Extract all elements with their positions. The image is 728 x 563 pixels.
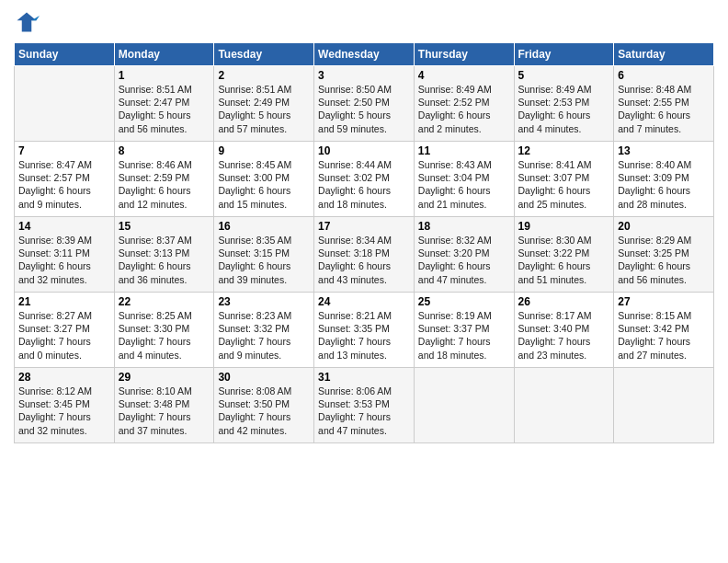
- logo-icon: [14, 9, 40, 35]
- day-info: Sunrise: 8:43 AM Sunset: 3:04 PM Dayligh…: [418, 158, 510, 211]
- day-number: 10: [318, 144, 410, 157]
- day-number: 5: [518, 69, 610, 82]
- day-info: Sunrise: 8:35 AM Sunset: 3:15 PM Dayligh…: [218, 234, 310, 286]
- calendar-cell: 15Sunrise: 8:37 AM Sunset: 3:13 PM Dayli…: [114, 217, 214, 293]
- day-info: Sunrise: 8:41 AM Sunset: 3:07 PM Dayligh…: [518, 158, 610, 211]
- day-number: 11: [418, 144, 510, 157]
- calendar-header-monday: Monday: [114, 43, 214, 66]
- calendar-cell: 6Sunrise: 8:48 AM Sunset: 2:55 PM Daylig…: [614, 66, 714, 142]
- day-number: 24: [318, 295, 410, 308]
- day-info: Sunrise: 8:49 AM Sunset: 2:52 PM Dayligh…: [418, 83, 510, 135]
- day-number: 4: [418, 69, 510, 82]
- calendar-cell: 10Sunrise: 8:44 AM Sunset: 3:02 PM Dayli…: [314, 142, 415, 217]
- day-number: 7: [18, 144, 110, 157]
- calendar-cell: 17Sunrise: 8:34 AM Sunset: 3:18 PM Dayli…: [314, 217, 415, 293]
- calendar-cell: 28Sunrise: 8:12 AM Sunset: 3:45 PM Dayli…: [15, 368, 115, 443]
- day-number: 8: [119, 144, 210, 157]
- calendar-cell: 11Sunrise: 8:43 AM Sunset: 3:04 PM Dayli…: [414, 142, 514, 217]
- calendar-header-row: SundayMondayTuesdayWednesdayThursdayFrid…: [15, 43, 714, 66]
- day-info: Sunrise: 8:50 AM Sunset: 2:50 PM Dayligh…: [318, 83, 410, 135]
- calendar-cell: [15, 66, 115, 142]
- day-number: 6: [618, 69, 710, 82]
- week-row-0: 1Sunrise: 8:51 AM Sunset: 2:47 PM Daylig…: [15, 66, 714, 142]
- calendar-cell: 3Sunrise: 8:50 AM Sunset: 2:50 PM Daylig…: [314, 66, 415, 142]
- day-info: Sunrise: 8:27 AM Sunset: 3:27 PM Dayligh…: [18, 309, 110, 362]
- day-info: Sunrise: 8:47 AM Sunset: 2:57 PM Dayligh…: [18, 158, 110, 211]
- day-info: Sunrise: 8:51 AM Sunset: 2:49 PM Dayligh…: [218, 83, 310, 135]
- day-number: 19: [518, 220, 610, 233]
- calendar-cell: 4Sunrise: 8:49 AM Sunset: 2:52 PM Daylig…: [414, 66, 514, 142]
- day-number: 26: [518, 295, 610, 308]
- calendar-cell: 18Sunrise: 8:32 AM Sunset: 3:20 PM Dayli…: [414, 217, 514, 293]
- calendar-cell: 23Sunrise: 8:23 AM Sunset: 3:32 PM Dayli…: [214, 293, 314, 368]
- calendar-cell: 21Sunrise: 8:27 AM Sunset: 3:27 PM Dayli…: [15, 293, 115, 368]
- week-row-4: 28Sunrise: 8:12 AM Sunset: 3:45 PM Dayli…: [15, 368, 714, 443]
- day-info: Sunrise: 8:23 AM Sunset: 3:32 PM Dayligh…: [218, 309, 310, 362]
- day-info: Sunrise: 8:46 AM Sunset: 2:59 PM Dayligh…: [119, 158, 210, 211]
- day-number: 14: [18, 220, 110, 233]
- calendar-table: SundayMondayTuesdayWednesdayThursdayFrid…: [14, 42, 714, 443]
- header: [14, 9, 714, 35]
- calendar-cell: 13Sunrise: 8:40 AM Sunset: 3:09 PM Dayli…: [614, 142, 714, 217]
- day-info: Sunrise: 8:51 AM Sunset: 2:47 PM Dayligh…: [119, 83, 210, 135]
- day-info: Sunrise: 8:08 AM Sunset: 3:50 PM Dayligh…: [218, 385, 310, 437]
- calendar-header-tuesday: Tuesday: [214, 43, 314, 66]
- calendar-cell: 20Sunrise: 8:29 AM Sunset: 3:25 PM Dayli…: [614, 217, 714, 293]
- day-info: Sunrise: 8:06 AM Sunset: 3:53 PM Dayligh…: [318, 385, 410, 437]
- day-info: Sunrise: 8:44 AM Sunset: 3:02 PM Dayligh…: [318, 158, 410, 211]
- day-info: Sunrise: 8:40 AM Sunset: 3:09 PM Dayligh…: [618, 158, 710, 211]
- day-number: 21: [18, 295, 110, 308]
- calendar-header-friday: Friday: [514, 43, 614, 66]
- day-info: Sunrise: 8:32 AM Sunset: 3:20 PM Dayligh…: [418, 234, 510, 286]
- calendar-cell: 27Sunrise: 8:15 AM Sunset: 3:42 PM Dayli…: [614, 293, 714, 368]
- calendar-cell: 16Sunrise: 8:35 AM Sunset: 3:15 PM Dayli…: [214, 217, 314, 293]
- day-number: 27: [618, 295, 710, 308]
- day-number: 20: [618, 220, 710, 233]
- calendar-header-thursday: Thursday: [414, 43, 514, 66]
- day-info: Sunrise: 8:17 AM Sunset: 3:40 PM Dayligh…: [518, 309, 610, 362]
- calendar-cell: 30Sunrise: 8:08 AM Sunset: 3:50 PM Dayli…: [214, 368, 314, 443]
- calendar-cell: 19Sunrise: 8:30 AM Sunset: 3:22 PM Dayli…: [514, 217, 614, 293]
- day-number: 12: [518, 144, 610, 157]
- logo: [14, 9, 43, 35]
- calendar-header-wednesday: Wednesday: [314, 43, 415, 66]
- calendar-cell: 24Sunrise: 8:21 AM Sunset: 3:35 PM Dayli…: [314, 293, 415, 368]
- svg-marker-0: [17, 13, 37, 32]
- calendar-cell: 9Sunrise: 8:45 AM Sunset: 3:00 PM Daylig…: [214, 142, 314, 217]
- day-info: Sunrise: 8:25 AM Sunset: 3:30 PM Dayligh…: [119, 309, 210, 362]
- day-info: Sunrise: 8:15 AM Sunset: 3:42 PM Dayligh…: [618, 309, 710, 362]
- day-number: 2: [218, 69, 310, 82]
- calendar-cell: [614, 368, 714, 443]
- day-info: Sunrise: 8:19 AM Sunset: 3:37 PM Dayligh…: [418, 309, 510, 362]
- calendar-cell: 14Sunrise: 8:39 AM Sunset: 3:11 PM Dayli…: [15, 217, 115, 293]
- day-info: Sunrise: 8:45 AM Sunset: 3:00 PM Dayligh…: [218, 158, 310, 211]
- day-number: 3: [318, 69, 410, 82]
- calendar-header-saturday: Saturday: [614, 43, 714, 66]
- calendar-cell: [414, 368, 514, 443]
- calendar-cell: 29Sunrise: 8:10 AM Sunset: 3:48 PM Dayli…: [114, 368, 214, 443]
- day-info: Sunrise: 8:21 AM Sunset: 3:35 PM Dayligh…: [318, 309, 410, 362]
- calendar-cell: 1Sunrise: 8:51 AM Sunset: 2:47 PM Daylig…: [114, 66, 214, 142]
- calendar-cell: 25Sunrise: 8:19 AM Sunset: 3:37 PM Dayli…: [414, 293, 514, 368]
- day-number: 29: [119, 371, 210, 384]
- calendar-cell: 31Sunrise: 8:06 AM Sunset: 3:53 PM Dayli…: [314, 368, 415, 443]
- day-number: 31: [318, 371, 410, 384]
- day-number: 17: [318, 220, 410, 233]
- calendar-cell: 12Sunrise: 8:41 AM Sunset: 3:07 PM Dayli…: [514, 142, 614, 217]
- day-number: 23: [218, 295, 310, 308]
- day-number: 28: [18, 371, 110, 384]
- day-info: Sunrise: 8:30 AM Sunset: 3:22 PM Dayligh…: [518, 234, 610, 286]
- day-info: Sunrise: 8:10 AM Sunset: 3:48 PM Dayligh…: [119, 385, 210, 437]
- week-row-3: 21Sunrise: 8:27 AM Sunset: 3:27 PM Dayli…: [15, 293, 714, 368]
- day-info: Sunrise: 8:34 AM Sunset: 3:18 PM Dayligh…: [318, 234, 410, 286]
- day-number: 15: [119, 220, 210, 233]
- day-info: Sunrise: 8:37 AM Sunset: 3:13 PM Dayligh…: [119, 234, 210, 286]
- calendar-cell: 26Sunrise: 8:17 AM Sunset: 3:40 PM Dayli…: [514, 293, 614, 368]
- day-number: 22: [119, 295, 210, 308]
- calendar-cell: 5Sunrise: 8:49 AM Sunset: 2:53 PM Daylig…: [514, 66, 614, 142]
- day-info: Sunrise: 8:49 AM Sunset: 2:53 PM Dayligh…: [518, 83, 610, 135]
- day-info: Sunrise: 8:48 AM Sunset: 2:55 PM Dayligh…: [618, 83, 710, 135]
- calendar-cell: 22Sunrise: 8:25 AM Sunset: 3:30 PM Dayli…: [114, 293, 214, 368]
- day-info: Sunrise: 8:39 AM Sunset: 3:11 PM Dayligh…: [18, 234, 110, 286]
- day-info: Sunrise: 8:29 AM Sunset: 3:25 PM Dayligh…: [618, 234, 710, 286]
